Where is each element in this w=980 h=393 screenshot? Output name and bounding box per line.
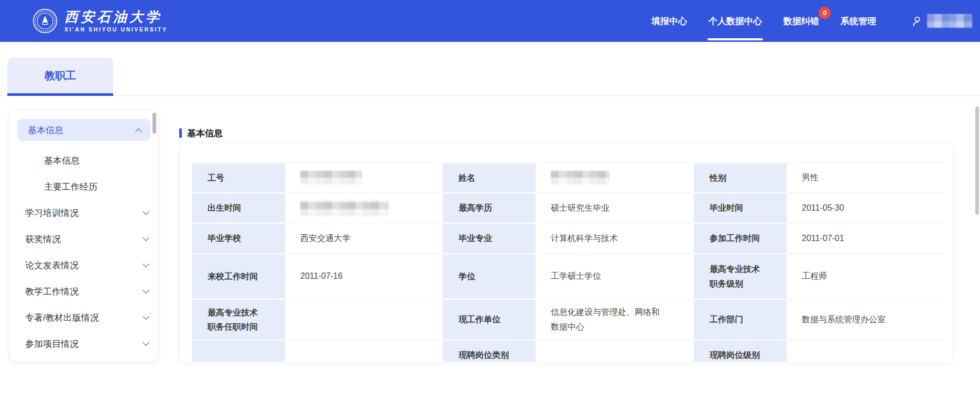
table-label-cell: 毕业学校 [191, 223, 286, 254]
table-value-cell [286, 163, 442, 193]
table-label-cell: 工作部门 [693, 299, 787, 340]
table-label-cell: 学位 [442, 254, 536, 299]
table-label-cell: 毕业时间 [693, 193, 787, 223]
main-nav: 填报中心 个人数据中心 数据纠错 0 系统管理 [651, 0, 972, 42]
sidebar-group-training[interactable]: 学习培训情况 [10, 200, 158, 226]
nav-item-system-management[interactable]: 系统管理 [841, 0, 876, 42]
table-row: 出生时间 最高学历 硕士研究生毕业 毕业时间 2011-05-30 [191, 193, 945, 223]
table-label-cell: 最高专业技术 职务任职时间 [191, 299, 286, 340]
sidebar-group-papers[interactable]: 论文发表情况 [10, 252, 158, 278]
table-row: 现聘岗位类别 现聘岗位级别 [191, 340, 945, 362]
table-value-cell: 2011-07-01 [787, 223, 945, 254]
nav-item-data-correction[interactable]: 数据纠错 0 [783, 0, 819, 42]
name-blurred [551, 171, 609, 184]
table-value-cell [286, 193, 442, 223]
basic-info-table: 工号 姓名 性别 男性 出生时间 最高学历 [191, 162, 945, 362]
table-value-cell: 信息化建设与管理处、网络和 数据中心 [536, 299, 693, 340]
table-row: 工号 姓名 性别 男性 [191, 163, 945, 193]
sidebar-menu: 基本信息 基本信息 主要工作经历 学习培训情况 获奖情况 论文发表情况 教学工作… [9, 110, 158, 362]
basic-info-card: 工号 姓名 性别 男性 出生时间 最高学历 [179, 143, 953, 362]
section-title-text: 基本信息 [187, 127, 223, 139]
tab-faculty-staff[interactable]: 教职工 [7, 58, 113, 96]
table-value-cell [286, 299, 442, 340]
table-label-cell: 出生时间 [191, 193, 286, 223]
nav-item-report-center[interactable]: 填报中心 [651, 0, 687, 42]
sidebar-item-basic-info[interactable]: 基本信息 [10, 147, 158, 173]
sidebar-group-awards[interactable]: 获奖情况 [10, 226, 158, 252]
university-logo: 西安石油大学 XI'AN SHIYOU UNIVERSITY [32, 8, 167, 34]
sidebar-group-basic-info[interactable]: 基本信息 [17, 119, 150, 141]
notification-badge: 0 [819, 7, 831, 19]
table-row: 最高专业技术 职务任职时间 现工作单位 信息化建设与管理处、网络和 数据中心 工… [191, 299, 945, 340]
table-value-cell: 硕士研究生毕业 [536, 193, 693, 223]
employee-id-blurred [300, 171, 362, 184]
chevron-down-icon [143, 234, 149, 241]
person-icon [911, 15, 923, 27]
tab-strip: 教职工 [0, 42, 980, 96]
table-label-cell: 参加工作时间 [693, 223, 787, 254]
table-label-cell: 现工作单位 [442, 299, 536, 340]
main-panel: 基本信息 工号 姓名 性别 男性 出生时间 [179, 110, 953, 362]
table-value-cell: 西安交通大学 [286, 223, 442, 254]
table-label-cell: 来校工作时间 [191, 254, 286, 299]
table-label-cell: 工号 [191, 163, 286, 193]
birth-date-blurred [300, 200, 388, 216]
table-value-cell [787, 340, 945, 362]
table-label-cell: 现聘岗位级别 [693, 340, 787, 362]
chevron-down-icon [143, 260, 149, 267]
chevron-down-icon [143, 313, 149, 320]
sidebar-item-work-history[interactable]: 主要工作经历 [10, 173, 158, 200]
table-value-cell: 计算机科学与技术 [536, 223, 693, 254]
table-label-cell [191, 340, 286, 362]
table-label-cell: 性别 [693, 163, 787, 193]
table-row: 毕业学校 西安交通大学 毕业专业 计算机科学与技术 参加工作时间 2011-07… [191, 223, 945, 254]
table-value-cell: 工学硕士学位 [536, 254, 693, 299]
table-value-cell: 2011-07-16 [286, 254, 442, 299]
chevron-down-icon [143, 208, 149, 215]
user-menu[interactable] [911, 14, 972, 28]
title-accent-bar [179, 128, 182, 138]
sidebar-scrollbar[interactable] [153, 113, 156, 134]
section-title: 基本信息 [179, 127, 953, 139]
university-name: 西安石油大学 [64, 10, 167, 24]
university-name-en: XI'AN SHIYOU UNIVERSITY [64, 26, 167, 32]
table-label-cell: 现聘岗位类别 [442, 340, 536, 362]
table-value-cell: 2011-05-30 [787, 193, 945, 223]
table-label-cell: 最高专业技术 职务级别 [693, 254, 787, 299]
table-value-cell: 数据与系统管理办公室 [787, 299, 945, 340]
table-value-cell: 工程师 [787, 254, 945, 299]
table-label-cell: 毕业专业 [442, 223, 536, 254]
username-blurred [927, 14, 972, 28]
chevron-down-icon [143, 287, 149, 293]
sidebar-group-publications[interactable]: 专著/教材出版情况 [10, 304, 158, 331]
nav-item-personal-data-center[interactable]: 个人数据中心 [709, 0, 762, 42]
table-value-cell [536, 163, 693, 193]
table-label-cell: 最高学历 [442, 193, 536, 223]
university-seal-icon [32, 8, 58, 34]
chevron-down-icon [143, 339, 149, 346]
sidebar-group-projects[interactable]: 参加项目情况 [10, 331, 158, 357]
table-row: 来校工作时间 2011-07-16 学位 工学硕士学位 最高专业技术 职务级别 … [191, 254, 945, 299]
table-value-cell [536, 340, 693, 362]
top-navbar: 西安石油大学 XI'AN SHIYOU UNIVERSITY 填报中心 个人数据… [0, 0, 980, 42]
sidebar-group-teaching[interactable]: 教学工作情况 [10, 278, 158, 304]
table-label-cell: 姓名 [442, 163, 536, 193]
chevron-up-icon [135, 128, 142, 135]
table-value-cell [286, 340, 442, 362]
content-area: 基本信息 基本信息 主要工作经历 学习培训情况 获奖情况 论文发表情况 教学工作… [0, 96, 980, 362]
page-scrollbar[interactable] [975, 106, 979, 215]
table-value-cell: 男性 [787, 163, 945, 193]
